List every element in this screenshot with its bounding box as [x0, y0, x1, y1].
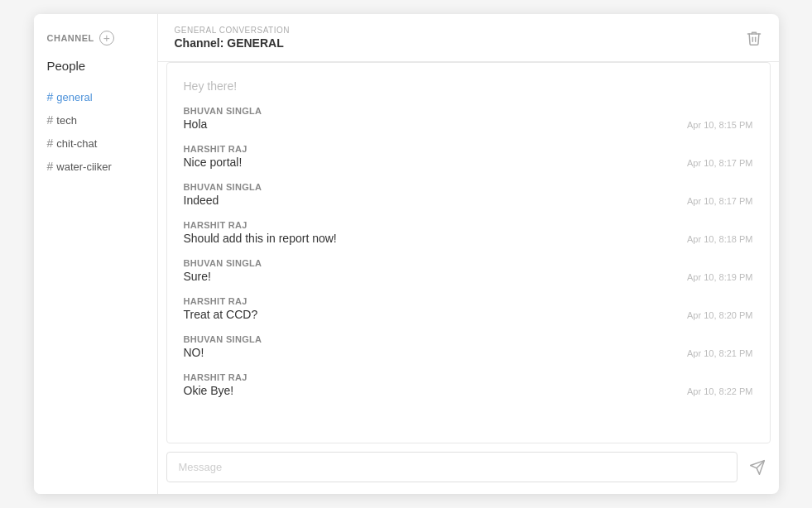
delete-button[interactable] — [746, 30, 762, 46]
message-row-1: Hola Apr 10, 8:15 PM — [184, 117, 753, 131]
message-sender-3: BHUVAN SINGLA — [184, 182, 753, 192]
message-text-6: Treat at CCD? — [184, 308, 675, 321]
message-time-6: Apr 10, 8:20 PM — [687, 310, 753, 320]
message-row-7: NO! Apr 10, 8:21 PM — [184, 346, 753, 359]
channel-name-chit-chat: chit-chat — [56, 137, 97, 150]
sidebar: CHANNEL + People # general # tech # chit… — [34, 14, 158, 494]
message-text-4: Should add this in report now! — [184, 232, 675, 245]
hash-icon-general: # — [47, 90, 54, 103]
message-time-4: Apr 10, 8:18 PM — [687, 234, 753, 244]
channel-name-general: general — [56, 91, 92, 103]
messages-area[interactable]: Hey there! BHUVAN SINGLA Hola Apr 10, 8:… — [166, 62, 771, 443]
message-block-7: BHUVAN SINGLA NO! Apr 10, 8:21 PM — [184, 334, 753, 359]
message-text-7: NO! — [184, 346, 675, 359]
sidebar-item-water-ciiker[interactable]: # water-ciiker — [34, 156, 157, 177]
message-sender-5: BHUVAN SINGLA — [184, 258, 753, 268]
add-channel-button[interactable]: + — [99, 31, 114, 46]
message-row-5: Sure! Apr 10, 8:19 PM — [184, 270, 753, 283]
input-area — [158, 443, 779, 494]
hash-icon-tech: # — [47, 113, 54, 127]
message-block-6: HARSHIT RAJ Treat at CCD? Apr 10, 8:20 P… — [184, 296, 753, 321]
message-sender-4: HARSHIT RAJ — [184, 220, 753, 230]
message-time-1: Apr 10, 8:15 PM — [687, 120, 753, 130]
message-block-5: BHUVAN SINGLA Sure! Apr 10, 8:19 PM — [184, 258, 753, 283]
header-title: Channel: GENERAL — [175, 36, 290, 50]
trash-icon — [746, 30, 762, 46]
message-time-7: Apr 10, 8:21 PM — [687, 348, 753, 358]
message-row-6: Treat at CCD? Apr 10, 8:20 PM — [184, 308, 753, 321]
app-container: CHANNEL + People # general # tech # chit… — [34, 14, 779, 494]
sidebar-item-general[interactable]: # general — [34, 86, 157, 108]
channel-name-tech: tech — [56, 114, 77, 127]
message-sender-7: BHUVAN SINGLA — [184, 334, 753, 344]
message-input[interactable] — [166, 452, 738, 482]
message-text-3: Indeed — [184, 194, 675, 207]
message-time-8: Apr 10, 8:22 PM — [687, 386, 753, 396]
message-sender-2: HARSHIT RAJ — [184, 144, 753, 154]
message-row-2: Nice portal! Apr 10, 8:17 PM — [184, 156, 753, 169]
message-time-5: Apr 10, 8:19 PM — [687, 272, 753, 282]
message-sender-6: HARSHIT RAJ — [184, 296, 753, 306]
send-icon — [749, 459, 766, 476]
intro-message: Hey there! — [184, 71, 753, 106]
sidebar-header: CHANNEL + — [34, 31, 157, 59]
message-block-4: HARSHIT RAJ Should add this in report no… — [184, 220, 753, 245]
hash-icon-water-ciiker: # — [47, 160, 54, 173]
message-block-2: HARSHIT RAJ Nice portal! Apr 10, 8:17 PM — [184, 144, 753, 169]
chat-header: GENERAL CONVERSATION Channel: GENERAL — [158, 14, 779, 62]
header-info: GENERAL CONVERSATION Channel: GENERAL — [175, 26, 290, 50]
message-block-3: BHUVAN SINGLA Indeed Apr 10, 8:17 PM — [184, 182, 753, 207]
channel-list: # general # tech # chit-chat # water-cii… — [34, 86, 157, 177]
message-text-8: Okie Bye! — [184, 384, 675, 397]
message-block-1: BHUVAN SINGLA Hola Apr 10, 8:15 PM — [184, 106, 753, 131]
people-label: People — [34, 59, 157, 86]
send-button[interactable] — [744, 454, 771, 481]
message-row-4: Should add this in report now! Apr 10, 8… — [184, 232, 753, 245]
main-content: GENERAL CONVERSATION Channel: GENERAL He… — [158, 14, 779, 494]
sidebar-item-tech[interactable]: # tech — [34, 109, 157, 131]
message-block-8: HARSHIT RAJ Okie Bye! Apr 10, 8:22 PM — [184, 372, 753, 397]
message-row-3: Indeed Apr 10, 8:17 PM — [184, 194, 753, 207]
message-time-3: Apr 10, 8:17 PM — [687, 196, 753, 206]
message-text-1: Hola — [184, 117, 675, 131]
channel-label: CHANNEL — [47, 33, 94, 43]
sidebar-item-chit-chat[interactable]: # chit-chat — [34, 132, 157, 154]
message-row-8: Okie Bye! Apr 10, 8:22 PM — [184, 384, 753, 397]
message-text-5: Sure! — [184, 270, 675, 283]
header-subtitle: GENERAL CONVERSATION — [175, 26, 290, 35]
message-text-2: Nice portal! — [184, 156, 675, 169]
message-time-2: Apr 10, 8:17 PM — [687, 158, 753, 168]
message-sender-8: HARSHIT RAJ — [184, 372, 753, 382]
hash-icon-chit-chat: # — [47, 137, 54, 150]
message-sender-1: BHUVAN SINGLA — [184, 106, 753, 116]
channel-name-water-ciiker: water-ciiker — [56, 161, 111, 173]
